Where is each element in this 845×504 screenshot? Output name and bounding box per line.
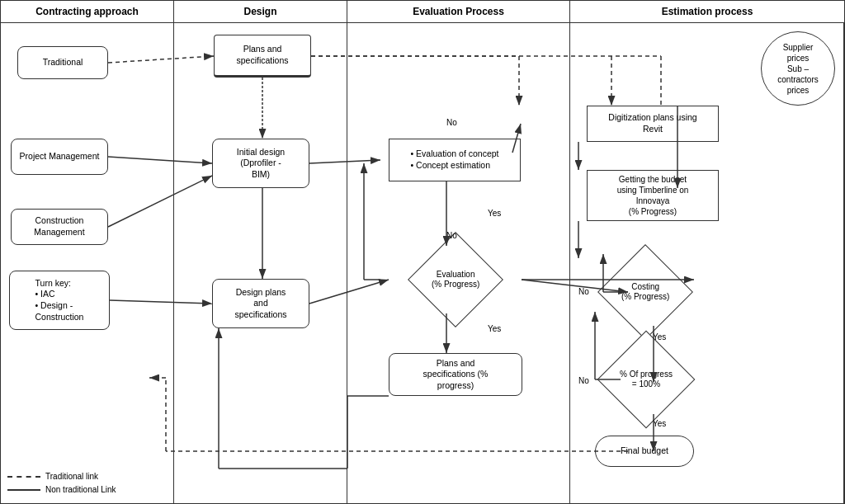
solid-line-icon xyxy=(7,489,40,491)
box-design-plans: Design plansandspecifications xyxy=(212,279,309,328)
label-no1: No xyxy=(446,118,457,127)
label-no2: No xyxy=(446,231,457,240)
box-digitization: Digitization plans usingRevit xyxy=(587,106,719,142)
box-construction-management: Construction Management xyxy=(11,209,108,245)
label-yes4: Yes xyxy=(653,419,666,428)
box-final-budget: Final budget xyxy=(595,436,694,467)
box-plans-progress: Plans andspecifications (%progress) xyxy=(389,353,522,396)
box-traditional: Traditional xyxy=(17,46,108,79)
box-getting-budget: Getting the budgetusing Timberline onInn… xyxy=(587,170,719,221)
box-turn-key: Turn key: • IAC • Design - Construction xyxy=(9,271,110,330)
box-eval-concept: • Evaluation of concept • Concept estima… xyxy=(389,139,521,181)
col-estimation: SupplierpricesSub –contractorsprices Dig… xyxy=(570,23,844,503)
header-col1: Contracting approach xyxy=(1,1,174,22)
label-yes1: Yes xyxy=(488,209,501,218)
legend: Traditional link Non traditional Link xyxy=(7,470,116,497)
legend-non-traditional: Non traditional Link xyxy=(7,483,116,497)
content-area: Traditional Project Management Construct… xyxy=(1,23,844,503)
box-project-management: Project Management xyxy=(11,139,108,175)
col-evaluation: • Evaluation of concept • Concept estima… xyxy=(347,23,570,503)
box-plans-specs: Plans andspecifications xyxy=(214,35,311,78)
diagram-wrapper: Contracting approach Design Evaluation P… xyxy=(0,0,845,504)
col-design: Plans andspecifications Initial design(D… xyxy=(174,23,347,503)
label-no3: No xyxy=(578,287,589,296)
diamond-costing: Costing(% Progress) xyxy=(597,244,693,340)
label-yes2: Yes xyxy=(488,324,501,333)
label-yes3: Yes xyxy=(653,332,666,341)
box-initial-design: Initial design(Dprofiler -BIM) xyxy=(212,139,309,188)
box-supplier: SupplierpricesSub –contractorsprices xyxy=(761,31,835,106)
diamond-pct100: % Of progress= 100% xyxy=(597,331,696,429)
col-contracting: Traditional Project Management Construct… xyxy=(1,23,174,503)
header-col3: Evaluation Process xyxy=(347,1,570,22)
label-no4: No xyxy=(578,376,589,385)
legend-traditional: Traditional link xyxy=(7,470,116,483)
diamond-eval-progress: Evaluation(% Progress) xyxy=(408,232,503,327)
header-row: Contracting approach Design Evaluation P… xyxy=(1,1,844,23)
dash-line-icon xyxy=(7,476,40,478)
header-col2: Design xyxy=(174,1,347,22)
header-col4: Estimation process xyxy=(570,1,844,22)
